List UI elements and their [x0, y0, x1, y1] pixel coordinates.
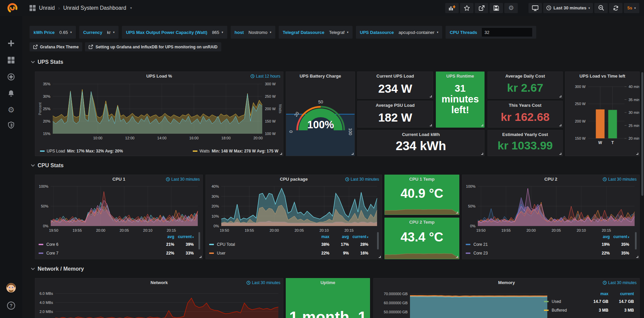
dashboards-icon[interactable]	[0, 54, 22, 66]
variable-value[interactable]: apcupsd-container	[399, 30, 434, 35]
legend-column-avg[interactable]: avg	[329, 234, 349, 239]
memory-chart[interactable]: 50.000000 GB60.000000 GB70.000000 GB	[376, 287, 549, 318]
panel-time-range[interactable]: Last 12 hours	[250, 74, 280, 79]
legend-column-avg[interactable]: avg	[590, 234, 610, 239]
explore-compass-icon[interactable]	[0, 71, 22, 83]
legend-swatch[interactable]	[209, 244, 214, 245]
legend-scrollbar[interactable]	[198, 232, 200, 249]
cpu-package-chart[interactable]: 0%10%20%30%40%19:5019:5520:0020:0520:102…	[208, 184, 380, 234]
star-dashboard-button[interactable]	[460, 3, 473, 13]
panel-resize-handle[interactable]	[636, 256, 638, 258]
breadcrumb-app[interactable]: Unraid	[39, 5, 55, 11]
ups-load-chart[interactable]: 15%100 W20%150 W25%200 W30%250 W35%300 W…	[37, 81, 282, 143]
user-avatar[interactable]	[0, 282, 22, 293]
panel-title[interactable]: Network	[35, 280, 283, 285]
panel-resize-handle[interactable]	[280, 153, 282, 155]
create-plus-icon[interactable]	[0, 38, 22, 49]
variable-currency[interactable]: Currencykr▾	[79, 26, 119, 39]
panel-resize-handle[interactable]	[430, 124, 432, 126]
legend-swatch[interactable]	[209, 253, 214, 254]
legend-swatch[interactable]	[544, 310, 549, 311]
legend-series-name[interactable]: UPS Load	[47, 149, 65, 153]
legend-column-max[interactable]: max	[310, 234, 329, 239]
panel-title[interactable]: Average Daily Cost	[488, 74, 562, 79]
legend-series-name[interactable]: CPU Total	[217, 242, 235, 247]
tv-mode-button[interactable]	[528, 3, 542, 13]
panel-title[interactable]: UPS Battery Charge	[286, 74, 355, 79]
legend-column-max[interactable]: max	[583, 291, 608, 296]
breadcrumb-caret-icon[interactable]: ▾	[130, 6, 132, 10]
time-range-picker[interactable]: Last 30 minutes ▾	[543, 3, 593, 13]
panel-title[interactable]: Current Load kWh	[358, 132, 484, 137]
variable-value[interactable]: 0.65	[59, 30, 68, 35]
panel-resize-handle[interactable]	[456, 212, 458, 214]
refresh-button[interactable]	[609, 3, 623, 13]
variable-telegraf-datasource[interactable]: Telegraf DatasourceTelegraf▾	[279, 26, 353, 39]
legend-series-name[interactable]: Core 7	[46, 251, 58, 256]
save-dashboard-button[interactable]	[490, 3, 503, 13]
section-network-memory[interactable]: Network / Memory	[31, 266, 84, 272]
panel-resize-handle[interactable]	[481, 124, 483, 126]
panel-title[interactable]: Estimated Yearly Cost	[488, 132, 562, 137]
variable-value[interactable]: kr	[107, 30, 111, 35]
legend-series-name[interactable]: Watts	[199, 149, 210, 153]
panel-resize-handle[interactable]	[352, 153, 354, 155]
panel-title[interactable]: UPS Runtime	[436, 74, 484, 79]
dashboard-link[interactable]: Grafana Plex Theme	[30, 42, 82, 51]
panel-title[interactable]: CPU 2 Temp	[385, 220, 459, 225]
panel-time-range[interactable]: Last 30 minutes	[603, 177, 637, 182]
variable-ups-datasource[interactable]: UPS Datasourceapcupsd-container▾	[356, 26, 443, 39]
help-icon[interactable]: ?	[0, 300, 22, 311]
legend-column-avg[interactable]: avg	[155, 234, 174, 239]
network-chart[interactable]: 2.0 MBs4.0 MBs6.0 MBs	[37, 287, 282, 318]
panel-title[interactable]: UPS Load %	[35, 74, 283, 79]
breadcrumb-page-title[interactable]: Unraid System Dashboard	[63, 5, 126, 11]
variable-input[interactable]	[482, 28, 532, 37]
cpu2-chart[interactable]: 0%50%100%19:5019:5520:0020:0520:1020:15	[464, 184, 638, 234]
panel-resize-handle[interactable]	[199, 256, 201, 258]
variable-value[interactable]: 865	[212, 30, 219, 35]
panel-resize-handle[interactable]	[559, 95, 561, 97]
legend-swatch[interactable]	[39, 253, 43, 254]
panel-time-range[interactable]: Last 30 minutes	[345, 177, 379, 182]
zoom-out-button[interactable]	[594, 3, 608, 13]
legend-series-name[interactable]: Core 23	[473, 251, 488, 256]
variable-kwh-price[interactable]: kWh Price0.65▾	[30, 26, 76, 39]
legend-scrollbar[interactable]	[377, 232, 379, 249]
alerting-bell-icon[interactable]	[0, 88, 22, 99]
share-dashboard-button[interactable]	[475, 3, 488, 13]
variable-value[interactable]: Telegraf	[329, 30, 344, 35]
legend-column-current[interactable]: current▾	[349, 234, 368, 239]
panel-resize-handle[interactable]	[379, 256, 381, 258]
legend-swatch[interactable]	[39, 244, 43, 245]
load-vs-time-bars[interactable]: 150 W200 W250 W300 W20 min25 min30 min35…	[565, 72, 640, 156]
panel-resize-handle[interactable]	[481, 153, 483, 155]
panel-time-range[interactable]: Last 30 minutes	[166, 177, 200, 182]
battery-gauge[interactable]: 02050100100%	[286, 81, 355, 156]
panel-title[interactable]: Average PSU Load	[358, 103, 433, 108]
panel-title[interactable]: UPS Load vs Time left	[565, 74, 639, 79]
panel-title[interactable]: Current UPS Load	[358, 74, 433, 79]
dashboard-link[interactable]: Setting up Grafana and InfluxDB for UPS …	[85, 42, 221, 51]
variable-host[interactable]: hostNostromo▾	[231, 26, 275, 39]
panel-resize-handle[interactable]	[636, 153, 638, 155]
legend-scrollbar[interactable]	[635, 232, 637, 249]
panel-title[interactable]: Uptime	[286, 280, 370, 285]
legend-series-name[interactable]: Used	[552, 299, 561, 304]
panel-resize-handle[interactable]	[456, 256, 458, 258]
legend-swatch[interactable]	[544, 301, 549, 302]
legend-series-name[interactable]: Buffered	[552, 308, 567, 313]
legend-swatch[interactable]	[466, 244, 470, 245]
cpu1-chart[interactable]: 0%50%100%19:5019:5520:0020:0520:1020:15	[37, 184, 201, 234]
legend-column-current[interactable]: current	[608, 291, 634, 296]
section-cpu-stats[interactable]: CPU Stats	[31, 163, 63, 169]
legend-swatch[interactable]	[466, 253, 470, 254]
panel-resize-handle[interactable]	[559, 124, 561, 126]
dashboard-settings-button[interactable]: ⚙	[504, 3, 518, 13]
legend-column-current[interactable]: current▾	[610, 234, 629, 239]
variable-value[interactable]: Nostromo	[248, 30, 267, 35]
legend-column-current[interactable]: current▾	[174, 234, 194, 239]
panel-resize-handle[interactable]	[559, 153, 561, 155]
panel-title[interactable]: Memory	[374, 280, 639, 285]
server-admin-shield-icon[interactable]	[0, 120, 22, 131]
